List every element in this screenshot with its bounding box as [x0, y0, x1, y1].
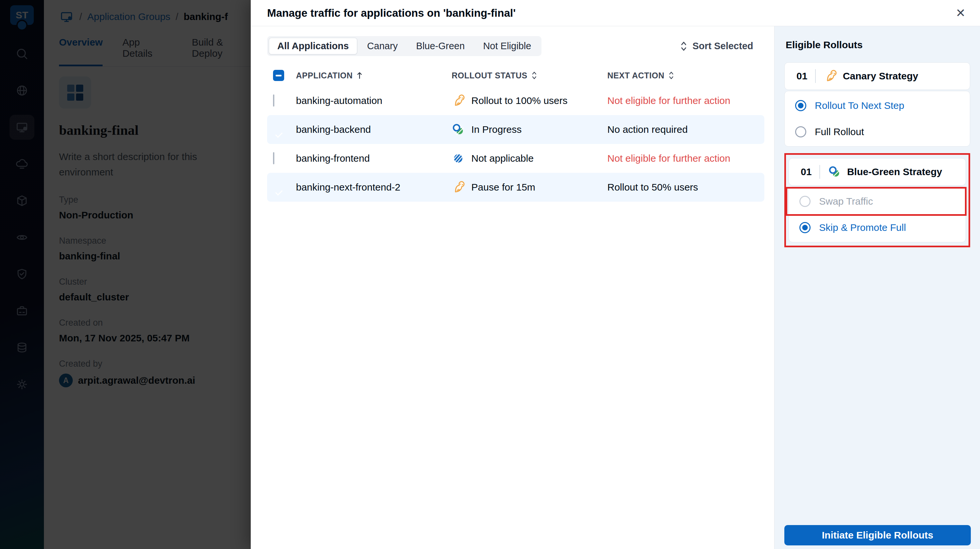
option-rollout-to-next-step[interactable]: Rollout To Next Step [785, 93, 970, 119]
drawer-header: Manage traffic for applications on 'bank… [251, 0, 980, 26]
row-checkbox[interactable] [273, 94, 274, 107]
tab-blue-green[interactable]: Blue-Green [408, 38, 473, 54]
radio-selected[interactable] [799, 222, 811, 233]
tab-canary[interactable]: Canary [359, 38, 406, 54]
app-name: banking-frontend [296, 153, 452, 164]
applications-pane: All Applications Canary Blue-Green Not E… [251, 26, 774, 549]
eligible-rollouts-heading: Eligible Rollouts [786, 39, 980, 51]
select-all-checkbox[interactable] [273, 70, 284, 81]
radio-disabled [799, 196, 811, 207]
eligible-rollouts-panel: Eligible Rollouts 01 Canary Strategy [774, 26, 980, 549]
next-action: No action required [607, 124, 764, 135]
sort-updown-icon [680, 41, 687, 52]
rollout-status: Rollout to 100% users [471, 95, 568, 106]
strategy-header: 01 Canary Strategy [784, 62, 970, 90]
strategy-name: Blue-Green Strategy [847, 166, 942, 177]
tab-all-applications[interactable]: All Applications [269, 38, 357, 54]
canary-icon [452, 181, 465, 194]
manage-traffic-drawer: Manage traffic for applications on 'bank… [251, 0, 980, 549]
canary-icon [824, 70, 837, 83]
strategy-group-canary: 01 Canary Strategy Rollout To Next Step [784, 62, 970, 147]
next-action: Not eligible for further action [607, 95, 764, 106]
divider [819, 165, 820, 179]
table-row[interactable]: banking-backend In Progress No action re… [267, 115, 764, 144]
next-action: Rollout to 50% users [607, 182, 764, 193]
tab-not-eligible[interactable]: Not Eligible [475, 38, 540, 54]
sort-updown-icon [668, 71, 674, 80]
radio-unselected[interactable] [795, 126, 806, 137]
col-next-action[interactable]: NEXT ACTION [607, 71, 664, 80]
app-name: banking-backend [296, 124, 452, 135]
sort-updown-icon [531, 71, 537, 80]
row-checkbox[interactable] [273, 152, 274, 164]
strategy-group-blue-green: 01 Blue-Green Strategy [789, 158, 966, 243]
applications-table: APPLICATION ROLLOUT STATUS NEXT ACTION [267, 65, 764, 202]
option-full-rollout[interactable]: Full Rollout [785, 119, 970, 145]
screen: ST [0, 0, 980, 549]
drawer-title: Manage traffic for applications on 'bank… [267, 7, 515, 19]
sort-selected-button[interactable]: Sort Selected [680, 41, 753, 52]
app-name: banking-automation [296, 95, 452, 106]
radio-selected[interactable] [795, 100, 806, 111]
rollout-status: In Progress [471, 124, 522, 135]
rollout-status: Not applicable [471, 153, 534, 164]
blue-green-icon [828, 165, 841, 179]
canary-icon [452, 94, 465, 107]
col-rollout-status[interactable]: ROLLOUT STATUS [452, 71, 527, 80]
initiate-eligible-rollouts-button[interactable]: Initiate Eligible Rollouts [784, 525, 971, 546]
table-row[interactable]: banking-next-frontend-2 Pause for 15m Ro… [267, 173, 764, 202]
strategy-options: Rollout To Next Step Full Rollout [784, 91, 970, 147]
table-row[interactable]: banking-automation Rollout to 100% users… [267, 86, 764, 115]
table-header-row: APPLICATION ROLLOUT STATUS NEXT ACTION [267, 65, 764, 86]
annotation-rectangle-outer: 01 Blue-Green Strategy [784, 153, 970, 247]
blue-green-icon [452, 123, 465, 136]
close-icon[interactable]: ✕ [956, 7, 966, 19]
strategy-header: 01 Blue-Green Strategy [789, 158, 966, 186]
rollout-status: Pause for 15m [471, 182, 535, 193]
strategy-name: Canary Strategy [843, 70, 918, 81]
app-name: banking-next-frontend-2 [296, 182, 452, 193]
not-applicable-icon [452, 152, 465, 165]
filter-tab-group: All Applications Canary Blue-Green Not E… [267, 36, 541, 56]
strategy-index: 01 [801, 166, 811, 177]
table-row[interactable]: banking-frontend Not applicable Not elig… [267, 144, 764, 173]
annotation-rectangle-inner [786, 187, 967, 216]
strategy-options: Swap Traffic Skip & Promote Full [789, 187, 966, 243]
next-action: Not eligible for further action [607, 153, 764, 164]
option-swap-traffic: Swap Traffic [789, 188, 966, 214]
strategy-index: 01 [797, 70, 807, 81]
arrow-up-icon [356, 72, 363, 79]
divider [815, 69, 816, 83]
option-skip-promote-full[interactable]: Skip & Promote Full [789, 214, 966, 241]
col-application[interactable]: APPLICATION [296, 71, 353, 80]
